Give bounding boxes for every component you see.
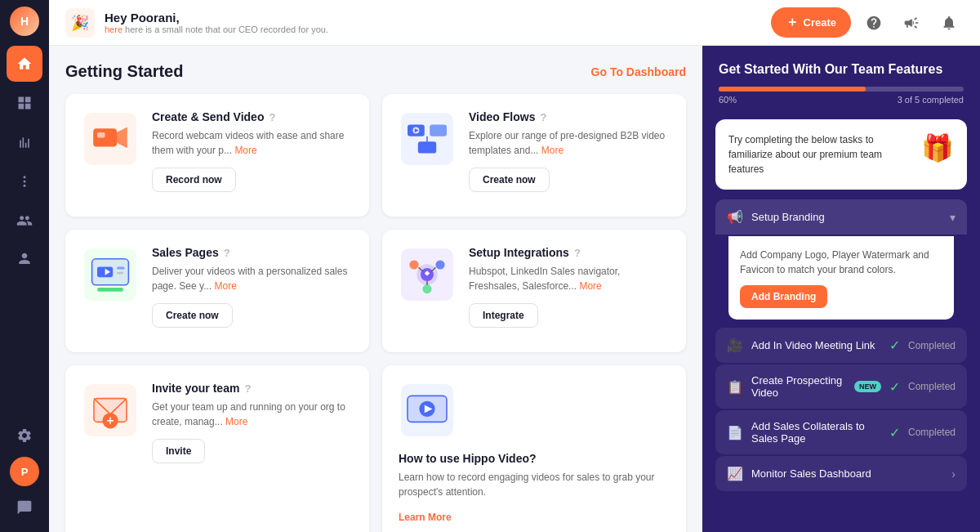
notifications-marketing-button[interactable]	[897, 8, 926, 38]
learn-more-link[interactable]: Learn More	[399, 512, 452, 523]
sidebar-item-more[interactable]	[7, 163, 42, 199]
more-link-video-flows[interactable]: More	[541, 145, 564, 156]
question-icon-create-video[interactable]: ?	[269, 111, 275, 123]
card-desc-how-to: Learn how to record engaging videos for …	[399, 470, 670, 499]
meeting-task-label: Add In Video Meeting Link	[751, 339, 881, 351]
card-title-invite: Invite your team ?	[152, 382, 353, 395]
promo-text: Try completing the below tasks to famili…	[728, 132, 913, 177]
svg-rect-19	[117, 266, 125, 269]
card-title-create-video: Create & Send Video ?	[152, 110, 353, 123]
go-to-dashboard-link[interactable]: Go To Dashboard	[591, 65, 686, 78]
collaterals-completed-label: Completed	[908, 427, 956, 438]
team-features-title: Get Started With Our Team Features	[719, 62, 964, 77]
create-button[interactable]: ＋ Create	[771, 7, 851, 38]
card-invite-team: Invite your team ? Get your team up and …	[65, 365, 369, 532]
card-integrations: Setup Integrations ? Hubspot, LinkedIn S…	[382, 230, 686, 352]
main-wrapper: 🎉 Hey Poorani, here here is a small note…	[49, 0, 980, 532]
sidebar-item-contacts[interactable]	[7, 203, 42, 239]
collaterals-task-icon: 📄	[727, 425, 743, 440]
svg-point-0	[24, 176, 26, 178]
prospecting-check-icon: ✓	[889, 379, 900, 395]
card-video-flows: Video Flows ? Explore our range of pre-d…	[382, 94, 686, 217]
card-content-create-video: Create & Send Video ? Record webcam vide…	[152, 110, 353, 192]
bell-button[interactable]	[934, 8, 964, 38]
monitor-task-label: Monitor Sales Dashboard	[751, 467, 943, 480]
svg-rect-6	[97, 132, 105, 137]
question-icon-integrations[interactable]: ?	[574, 247, 581, 259]
more-link-invite[interactable]: More	[225, 416, 247, 427]
task-item-setup-branding[interactable]: 📢 Setup Branding ▾	[715, 199, 967, 235]
page-title: Getting Started	[65, 62, 183, 81]
help-button[interactable]	[859, 8, 889, 38]
content-area: Getting Started Go To Dashboard	[49, 46, 980, 532]
topbar-greeting: Hey Poorani, here here is a small note t…	[105, 11, 761, 34]
task-expanded-branding: Add Company Logo, Player Watermark and F…	[728, 236, 954, 320]
card-icon-sales-pages	[82, 246, 139, 303]
home-icon	[16, 56, 33, 72]
card-icon-video-flows	[399, 110, 456, 168]
svg-rect-9	[430, 124, 447, 136]
svg-point-25	[409, 260, 418, 269]
sidebar-logo[interactable]: H	[10, 7, 39, 36]
create-now-button-flows[interactable]: Create now	[469, 168, 550, 192]
task-list: 📢 Setup Branding ▾ Add Company Logo, Pla…	[702, 199, 980, 491]
svg-rect-21	[97, 288, 123, 292]
more-link-sales-pages[interactable]: More	[215, 280, 237, 292]
task-item-monitor[interactable]: 📈 Monitor Sales Dashboard ›	[715, 456, 967, 491]
task-item-prospecting[interactable]: 📋 Create Prospecting Video NEW ✓ Complet…	[715, 364, 967, 409]
meeting-task-icon: 🎥	[727, 338, 743, 353]
add-branding-button[interactable]: Add Branding	[740, 285, 827, 308]
create-now-button-sales[interactable]: Create now	[152, 303, 233, 328]
greeting-sub: here here is a small note that our CEO r…	[105, 25, 761, 34]
promo-card: Try completing the below tasks to famili…	[715, 119, 967, 190]
sidebar: H P	[0, 0, 49, 532]
how-to-illustration	[401, 384, 453, 436]
people-icon	[16, 252, 33, 268]
topbar: 🎉 Hey Poorani, here here is a small note…	[49, 0, 980, 46]
chat-icon	[16, 499, 33, 516]
sidebar-item-home[interactable]	[7, 46, 42, 82]
sidebar-item-settings[interactable]	[7, 418, 42, 454]
integrate-button[interactable]: Integrate	[469, 303, 538, 328]
card-title-how-to: How to use Hippo Video?	[399, 452, 670, 465]
cards-grid: Create & Send Video ? Record webcam vide…	[65, 94, 686, 532]
card-desc-integrations: Hubspot, LinkedIn Sales navigator, Fresh…	[469, 264, 670, 293]
chat-icon-btn[interactable]	[7, 490, 42, 525]
question-icon-sales-pages[interactable]: ?	[224, 247, 230, 259]
question-icon-invite[interactable]: ?	[244, 382, 251, 395]
svg-point-2	[24, 185, 26, 187]
question-icon-video-flows[interactable]: ?	[540, 111, 546, 123]
sales-pages-illustration	[84, 248, 136, 301]
svg-rect-20	[117, 272, 123, 274]
integrations-illustration	[401, 248, 453, 301]
more-link-integrations[interactable]: More	[579, 280, 601, 292]
prospecting-task-icon: 📋	[727, 379, 743, 395]
more-link-create-video[interactable]: More	[234, 145, 256, 156]
topbar-actions: ＋ Create	[771, 7, 964, 38]
invite-button[interactable]: Invite	[152, 439, 205, 463]
card-desc-invite: Get your team up and running on your org…	[152, 400, 353, 429]
svg-point-1	[24, 181, 26, 183]
svg-point-27	[422, 284, 431, 293]
contacts-icon	[16, 212, 33, 229]
section-header: Getting Started Go To Dashboard	[65, 62, 686, 81]
svg-rect-4	[93, 128, 117, 146]
progress-bar-fill	[719, 87, 866, 92]
here-link[interactable]: here	[105, 25, 122, 34]
sidebar-item-analytics[interactable]	[7, 124, 42, 160]
sidebar-item-people[interactable]	[7, 242, 42, 278]
record-now-button[interactable]: Record now	[152, 168, 236, 192]
card-desc-sales-pages: Deliver your videos with a personalized …	[152, 264, 353, 293]
greeting-text: Hey Poorani,	[105, 11, 761, 25]
sidebar-item-templates[interactable]	[7, 85, 42, 121]
card-icon-integrations	[399, 246, 456, 303]
task-item-meeting-link[interactable]: 🎥 Add In Video Meeting Link ✓ Completed	[715, 328, 967, 363]
card-title-integrations: Setup Integrations ?	[469, 246, 670, 259]
task-item-collaterals[interactable]: 📄 Add Sales Collaterals to Sales Page ✓ …	[715, 410, 967, 454]
meeting-completed-label: Completed	[908, 340, 956, 351]
right-panel: Get Started With Our Team Features 60% 3…	[702, 46, 980, 532]
card-desc-create-video: Record webcam videos with ease and share…	[152, 128, 353, 158]
collaterals-task-label: Add Sales Collaterals to Sales Page	[751, 420, 881, 445]
user-avatar[interactable]: P	[10, 457, 39, 486]
invite-illustration	[84, 384, 136, 436]
